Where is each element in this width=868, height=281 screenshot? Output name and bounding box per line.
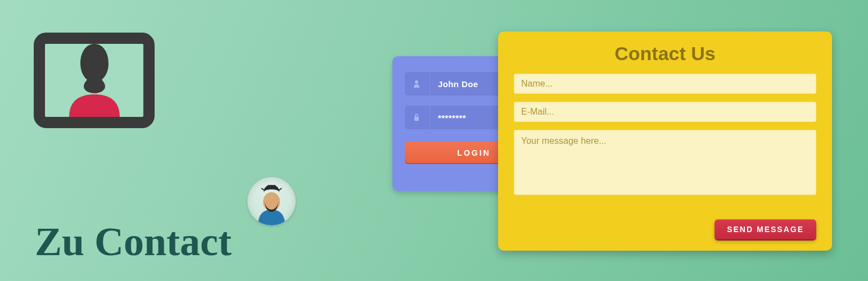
message-textarea[interactable]: [514, 130, 816, 195]
author-avatar: [247, 177, 296, 225]
svg-rect-2: [414, 117, 419, 121]
svg-point-1: [415, 80, 418, 84]
name-input[interactable]: [514, 74, 816, 94]
password-value: ********: [438, 113, 466, 123]
contact-title: Contact Us: [514, 43, 816, 65]
brand-title: Zu Contact: [35, 219, 232, 265]
lock-icon: [412, 114, 422, 121]
brand-logo: [34, 33, 155, 128]
username-value: John Doe: [438, 79, 478, 89]
avatar-icon: [250, 183, 293, 225]
svg-point-0: [263, 192, 280, 211]
user-icon: [412, 80, 422, 88]
person-icon: [58, 38, 131, 117]
send-message-button[interactable]: SEND MESSAGE: [715, 219, 816, 239]
contact-card: Contact Us SEND MESSAGE: [498, 31, 832, 251]
email-input[interactable]: [514, 102, 816, 122]
